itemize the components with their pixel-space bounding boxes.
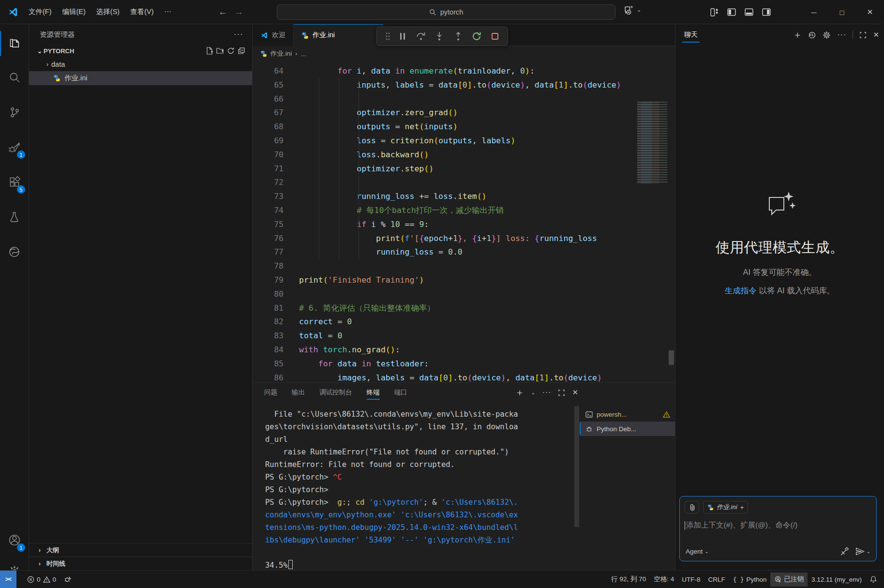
explorer-icon[interactable]: [0, 31, 29, 56]
code-line[interactable]: 67 optimizer.zero_grad(): [253, 106, 675, 120]
refresh-icon[interactable]: [227, 47, 235, 55]
debug-restart-button[interactable]: [471, 31, 482, 42]
edge-tools-icon[interactable]: [0, 239, 29, 264]
window-minimize-button[interactable]: ─: [800, 0, 828, 24]
language-mode[interactable]: { } Python: [729, 573, 771, 587]
code-line[interactable]: 79print('Finished Training'): [253, 273, 675, 287]
explorer-more-actions-icon[interactable]: ···: [234, 30, 243, 39]
terminal-scrollbar-thumb[interactable]: [574, 406, 579, 527]
code-line[interactable]: 78: [253, 259, 675, 273]
nav-back-icon[interactable]: ←: [218, 7, 227, 17]
new-file-icon[interactable]: [206, 47, 213, 55]
tab-welcome[interactable]: 欢迎: [253, 24, 294, 46]
python-interpreter-status[interactable]: 3.12.11 (my_env): [808, 573, 866, 587]
panel-tab[interactable]: 输出: [292, 383, 305, 402]
code-line[interactable]: 75 if i % 10 == 9:: [253, 218, 675, 232]
explorer-section-header[interactable]: ⌄ PYTORCH: [29, 45, 252, 57]
menu-item[interactable]: ···: [159, 4, 177, 19]
chat-more-actions-icon[interactable]: ···: [837, 30, 846, 39]
window-close-button[interactable]: ✕: [856, 0, 884, 24]
attach-context-button[interactable]: [685, 501, 699, 513]
chat-settings-gear-icon[interactable]: [823, 31, 831, 39]
code-line[interactable]: 77 running_loss = 0.0: [253, 245, 675, 259]
code-line[interactable]: 64 for i, data in enumerate(trainloader,…: [253, 64, 675, 78]
code-line[interactable]: 66: [253, 92, 675, 106]
remote-indicator[interactable]: ><: [0, 571, 16, 588]
chat-tab[interactable]: 聊天: [682, 24, 700, 45]
menu-item[interactable]: 文件(F): [23, 4, 57, 19]
editor-scrollbar-thumb[interactable]: [669, 350, 674, 365]
chip-add-icon[interactable]: +: [740, 504, 744, 511]
generate-instructions-link[interactable]: 生成指令: [725, 286, 757, 295]
tree-item-homework-file[interactable]: 作业.ini: [29, 71, 252, 85]
terminal-dropdown-icon[interactable]: ⌄: [531, 390, 535, 396]
debug-toolbar-grip[interactable]: [385, 32, 390, 41]
minimap[interactable]: [637, 102, 667, 184]
chat-mode-picker[interactable]: Agent ⌄: [686, 548, 709, 555]
timeline-section[interactable]: › 时间线: [29, 557, 252, 570]
panel-tab[interactable]: 终端: [367, 383, 380, 402]
new-terminal-button[interactable]: ＋: [515, 386, 524, 399]
outline-section[interactable]: › 大纲: [29, 543, 252, 557]
code-line[interactable]: 80: [253, 287, 675, 302]
code-line[interactable]: 86 images, labels = data[0].to(device), …: [253, 371, 675, 382]
terminal-output[interactable]: File "c:\Users\86132\.conda\envs\my_env\…: [253, 402, 580, 570]
code-line[interactable]: 76 print(f'[{epoch+1}, {i+1}] loss: {run…: [253, 232, 675, 246]
code-line[interactable]: 83total = 0: [253, 329, 675, 343]
code-line[interactable]: 68 outputs = net(inputs): [253, 120, 675, 134]
nav-forward-icon[interactable]: →: [234, 7, 243, 17]
menu-item[interactable]: 查看(V): [125, 4, 159, 19]
source-control-icon[interactable]: [0, 100, 29, 125]
debug-pause-button[interactable]: [398, 31, 407, 41]
testing-icon[interactable]: [0, 204, 29, 229]
context-chip-homework-file[interactable]: 作业.ini +: [703, 501, 748, 513]
extensions-icon[interactable]: 5: [0, 169, 29, 195]
copilot-signout-status[interactable]: 已注销: [770, 573, 808, 587]
code-line[interactable]: 84with torch.no_grad():: [253, 343, 675, 357]
indentation-status[interactable]: 空格: 4: [650, 573, 678, 587]
toggle-panel-icon[interactable]: [740, 4, 758, 20]
code-line[interactable]: 85 for data in testloader:: [253, 357, 675, 371]
code-line[interactable]: 72: [253, 176, 675, 190]
new-folder-icon[interactable]: [216, 47, 224, 55]
window-maximize-button[interactable]: □: [828, 0, 856, 24]
collapse-all-icon[interactable]: [238, 47, 245, 55]
copilot-menu[interactable]: ⌄: [623, 4, 641, 16]
panel-more-actions-icon[interactable]: ···: [542, 388, 551, 397]
panel-tab[interactable]: 端口: [394, 383, 407, 402]
chat-history-icon[interactable]: [808, 31, 816, 39]
terminal-item-powershell[interactable]: powersh...: [580, 407, 675, 422]
debug-step-over-button[interactable]: [416, 31, 426, 42]
chat-maximize-icon[interactable]: [859, 31, 867, 39]
code-editor[interactable]: 64 for i, data in enumerate(trainloader,…: [253, 61, 675, 382]
debug-step-out-button[interactable]: [453, 31, 464, 42]
code-line[interactable]: 65 inputs, labels = data[0].to(device), …: [253, 78, 675, 92]
toggle-secondary-sidebar-icon[interactable]: [758, 4, 775, 20]
tab-homework-file[interactable]: 作业.ini: [294, 24, 383, 46]
menu-item[interactable]: 选择(S): [91, 4, 125, 19]
chat-close-icon[interactable]: ✕: [873, 30, 879, 39]
run-debug-icon[interactable]: 1: [0, 135, 29, 160]
chat-tools-icon[interactable]: [840, 547, 849, 556]
breadcrumb[interactable]: 作业.ini › ...: [253, 46, 675, 61]
code-line[interactable]: 82correct = 0: [253, 315, 675, 329]
panel-tab[interactable]: 问题: [264, 383, 277, 402]
search-view-icon[interactable]: [0, 65, 29, 90]
chat-input-box[interactable]: 作业.ini + 添加上下文(#)、扩展(@)、命令(/) Agent ⌄ ⌄: [679, 496, 877, 561]
tree-item-data-folder[interactable]: › data: [29, 57, 252, 71]
command-center-search[interactable]: pytorch: [277, 4, 615, 20]
new-chat-icon[interactable]: ＋: [793, 29, 802, 41]
debug-step-into-button[interactable]: [434, 31, 445, 42]
code-line[interactable]: 70 loss.backward(): [253, 148, 675, 162]
encoding-status[interactable]: UTF-8: [678, 573, 704, 587]
code-line[interactable]: 69 loss = criterion(outputs, labels): [253, 134, 675, 148]
panel-tab[interactable]: 调试控制台: [319, 383, 352, 402]
toggle-sidebar-icon[interactable]: [723, 4, 740, 20]
chat-text-input[interactable]: 添加上下文(#)、扩展(@)、命令(/): [685, 520, 871, 530]
code-line[interactable]: 74 # 每10个batch打印一次，减少输出开销: [253, 204, 675, 218]
panel-close-icon[interactable]: ✕: [572, 388, 578, 397]
panel-maximize-icon[interactable]: [558, 389, 565, 396]
terminal-item-python-debug[interactable]: Python Deb...: [580, 422, 675, 436]
customize-layout-icon[interactable]: [705, 4, 723, 20]
chat-send-button[interactable]: ⌄: [855, 546, 870, 557]
